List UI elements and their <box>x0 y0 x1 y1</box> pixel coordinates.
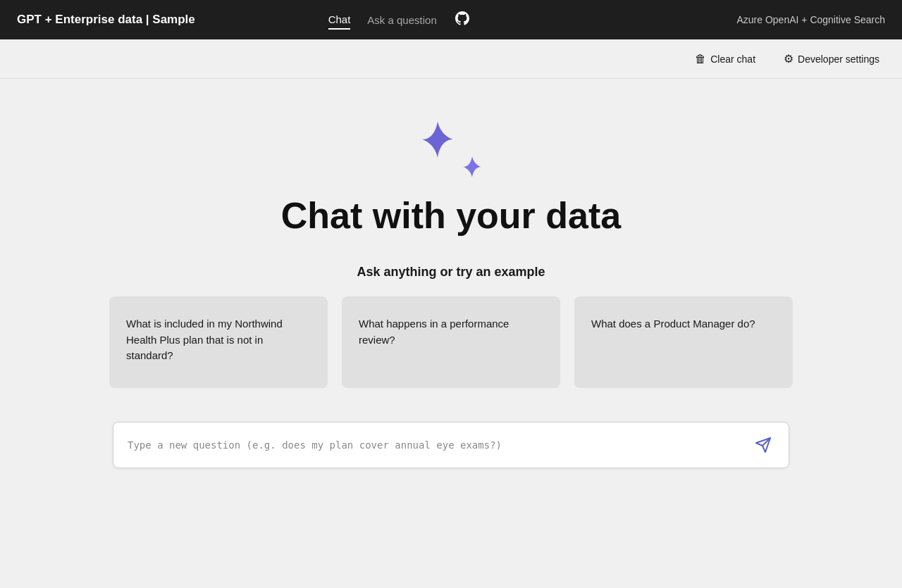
developer-settings-button[interactable]: ⚙ Developer settings <box>778 49 885 68</box>
sparkles-decoration <box>419 121 483 177</box>
clear-chat-button[interactable]: 🗑 Clear chat <box>689 50 761 68</box>
developer-settings-label: Developer settings <box>798 54 879 65</box>
main-title: Chat with your data <box>281 194 621 237</box>
toolbar: 🗑 Clear chat ⚙ Developer settings <box>0 39 902 79</box>
clear-chat-label: Clear chat <box>710 54 755 65</box>
example-card-1-text: What is included in my Northwind Health … <box>126 316 311 364</box>
nav-ask-question[interactable]: Ask a question <box>367 11 436 29</box>
send-button[interactable] <box>752 434 774 456</box>
example-card-2-text: What happens in a performance review? <box>359 316 543 348</box>
sub-title: Ask anything or try an example <box>357 265 545 280</box>
chat-input-container <box>113 422 789 468</box>
chat-input[interactable] <box>128 439 752 451</box>
example-card-3[interactable]: What does a Product Manager do? <box>574 296 793 388</box>
example-card-1[interactable]: What is included in my Northwind Health … <box>109 296 328 388</box>
nav-links: Chat Ask a question <box>328 10 471 30</box>
trash-icon: 🗑 <box>695 53 706 65</box>
navbar: GPT + Enterprise data | Sample Chat Ask … <box>0 0 902 39</box>
example-card-3-text: What does a Product Manager do? <box>591 316 755 332</box>
nav-chat[interactable]: Chat <box>328 11 351 30</box>
example-card-2[interactable]: What happens in a performance review? <box>342 296 560 388</box>
brand-title: GPT + Enterprise data | Sample <box>17 13 195 27</box>
github-icon[interactable] <box>454 10 471 30</box>
sparkle-small-icon <box>462 156 483 177</box>
gear-icon: ⚙ <box>784 52 793 65</box>
main-content: Chat with your data Ask anything or try … <box>0 79 902 588</box>
azure-label: Azure OpenAI + Cognitive Search <box>736 14 885 25</box>
example-cards: What is included in my Northwind Health … <box>109 296 793 388</box>
sparkle-large-icon <box>419 121 456 158</box>
send-icon <box>755 437 772 453</box>
